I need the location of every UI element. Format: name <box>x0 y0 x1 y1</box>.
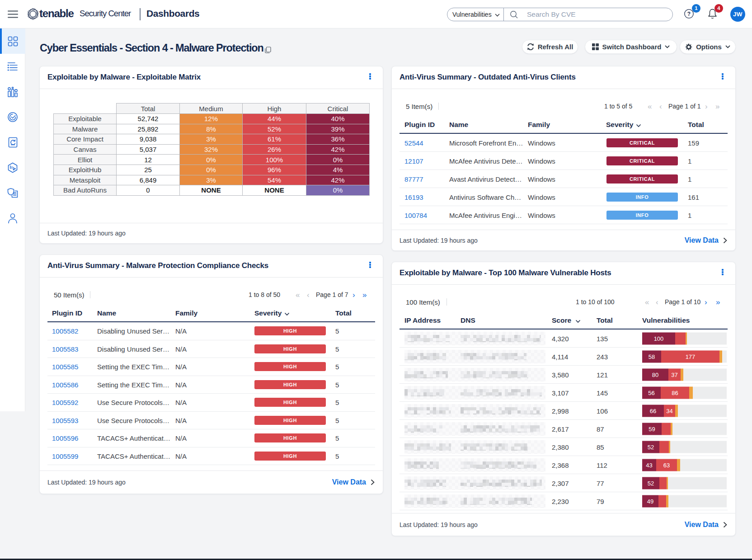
svg-text:?: ? <box>687 11 691 17</box>
